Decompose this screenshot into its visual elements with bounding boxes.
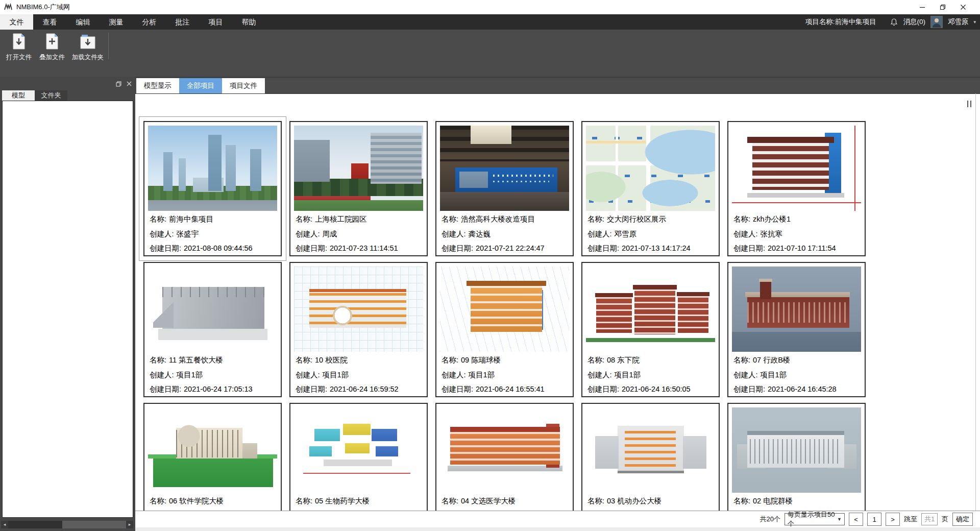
project-name-value: 09 陈瑞球楼 <box>461 356 501 364</box>
menu-item-1[interactable]: 文件 <box>0 14 33 30</box>
project-card[interactable]: 名称:交大闵行校区展示创建人:邓雪原创建日期:2021-07-13 14:17:… <box>581 121 720 256</box>
menu-right-cluster: 项目名称:前海中集项目 消息(0) 邓雪原 ▾ <box>805 14 976 30</box>
project-card[interactable]: 名称:06 软件学院大楼 <box>143 403 282 511</box>
project-date-line: 创建日期:2021-07-21 22:24:47 <box>442 243 573 255</box>
project-creator-value: 张盛宇 <box>177 230 199 238</box>
scroll-left-icon[interactable]: ◂ <box>1 521 8 528</box>
panel-tab-model[interactable]: 模型 <box>2 90 35 101</box>
project-card[interactable]: 名称:11 第五餐饮大楼创建人:项目1部创建日期:2021-06-24 17:0… <box>143 262 282 397</box>
project-creator-value: 项目1部 <box>615 371 641 379</box>
user-caret-icon[interactable]: ▾ <box>973 19 976 25</box>
project-creator-value: 项目1部 <box>323 371 349 379</box>
project-name-line: 名称:09 陈瑞球楼 <box>442 354 573 367</box>
jump-page-input[interactable]: 共1 <box>921 513 938 525</box>
panel-horizontal-scrollbar[interactable]: ◂ ▸ <box>1 521 133 528</box>
overlay-file-button[interactable]: 叠加文件 <box>36 33 68 62</box>
model-tree-panel <box>2 101 133 518</box>
project-creator-line: 创建人:周成 <box>296 228 427 240</box>
project-name-line: 名称:zkh办公楼1 <box>733 213 865 226</box>
project-card[interactable]: 名称:02 电院群楼 <box>727 403 866 511</box>
menu-item-3[interactable]: 编辑 <box>66 14 100 30</box>
project-card[interactable]: 名称:浩然高科大楼改造项目创建人:龚达巍创建日期:2021-07-21 22:2… <box>435 121 574 256</box>
panel-tab-folder[interactable]: 文件夹 <box>35 90 67 101</box>
project-name-label: 名称: <box>587 356 604 364</box>
main-tab-3[interactable]: 项目文件 <box>222 78 265 93</box>
project-date-value: 2021-07-23 11:14:51 <box>330 244 398 252</box>
menu-item-5[interactable]: 分析 <box>133 14 166 30</box>
project-creator-line: 创建人:项目1部 <box>587 369 719 381</box>
confirm-button[interactable]: 确定 <box>952 513 973 526</box>
project-card[interactable]: 名称:03 机动办公大楼 <box>581 403 720 511</box>
project-date-value: 2021-06-24 16:59:52 <box>330 385 399 393</box>
menu-item-8[interactable]: 帮助 <box>232 14 265 30</box>
vertical-scrollbar[interactable] <box>975 93 976 511</box>
project-card[interactable]: 名称:上海核工院园区创建人:周成创建日期:2021-07-23 11:14:51 <box>289 121 428 256</box>
project-thumbnail <box>148 267 277 352</box>
project-creator-label: 创建人: <box>733 230 758 238</box>
splitter-handle-icon[interactable] <box>967 100 973 107</box>
project-card[interactable]: 名称:08 东下院创建人:项目1部创建日期:2021-06-24 16:50:0… <box>581 262 720 397</box>
panel-float-icon[interactable] <box>115 81 121 87</box>
project-creator-label: 创建人: <box>733 371 758 379</box>
project-card[interactable]: 名称:09 陈瑞球楼创建人:项目1部创建日期:2021-06-24 16:55:… <box>435 262 574 397</box>
project-card[interactable]: 名称:zkh办公楼1创建人:张抗寒创建日期:2021-07-10 17:11:5… <box>727 121 866 256</box>
project-creator-value: 项目1部 <box>761 371 787 379</box>
project-date-label: 创建日期: <box>150 244 181 252</box>
project-name-label: 名称: <box>733 356 750 364</box>
avatar[interactable] <box>930 16 943 28</box>
load-folder-button[interactable]: 加载文件夹 <box>70 33 106 62</box>
scroll-right-icon[interactable]: ▸ <box>126 521 133 528</box>
project-card[interactable]: 名称:05 生物药学大楼 <box>289 403 428 511</box>
project-name-line: 名称:05 生物药学大楼 <box>296 495 427 508</box>
project-name-label: 名称: <box>296 215 312 223</box>
project-date-line: 创建日期:2021-06-24 16:50:05 <box>587 383 719 396</box>
menu-item-2[interactable]: 查看 <box>33 14 66 30</box>
scrollbar-thumb[interactable] <box>8 521 62 528</box>
panel-close-icon[interactable] <box>126 81 132 87</box>
project-name-label: 名称: <box>442 215 458 223</box>
project-thumbnail <box>732 126 861 211</box>
project-date-line: 创建日期:2021-07-23 11:14:51 <box>296 243 427 255</box>
close-icon[interactable] <box>960 4 967 11</box>
project-date-label: 创建日期: <box>733 385 765 393</box>
minimize-icon[interactable] <box>919 4 926 11</box>
main-tab-2[interactable]: 全部项目 <box>179 78 222 93</box>
menu-item-6[interactable]: 批注 <box>166 14 199 30</box>
project-name-value: 交大闵行校区展示 <box>607 215 666 223</box>
project-date-line: 创建日期:2021-06-24 16:55:41 <box>442 383 573 396</box>
messages-badge[interactable]: 消息(0) <box>903 17 925 27</box>
project-date-label: 创建日期: <box>296 385 327 393</box>
next-page-button[interactable]: > <box>886 513 900 526</box>
project-date-value: 2021-07-21 22:24:47 <box>476 244 545 252</box>
menu-item-7[interactable]: 项目 <box>199 14 232 30</box>
main-tab-1[interactable]: 模型显示 <box>136 78 179 93</box>
project-card[interactable]: 名称:07 行政B楼创建人:项目1部创建日期:2021-06-24 16:45:… <box>727 262 866 397</box>
project-date-label: 创建日期: <box>733 244 765 252</box>
project-card[interactable]: 名称:10 校医院创建人:项目1部创建日期:2021-06-24 16:59:5… <box>289 262 428 397</box>
project-thumbnail <box>294 407 423 493</box>
project-thumbnail <box>294 267 423 352</box>
project-thumbnail <box>148 126 277 211</box>
menu-item-4[interactable]: 测量 <box>100 14 133 30</box>
project-date-line: 创建日期:2021-07-13 14:17:24 <box>587 243 719 255</box>
page-size-dropdown[interactable]: 每页显示项目50个 ▼ <box>785 513 845 525</box>
project-creator-value: 周成 <box>323 230 337 238</box>
project-name-value: zkh办公楼1 <box>753 215 791 223</box>
project-creator-label: 创建人: <box>150 371 174 379</box>
project-creator-label: 创建人: <box>296 371 320 379</box>
project-thumbnail <box>440 407 569 493</box>
project-name-value: 03 机动办公大楼 <box>607 497 662 505</box>
prev-page-button[interactable]: < <box>849 513 863 526</box>
restore-icon[interactable] <box>939 4 946 11</box>
current-page-button[interactable]: 1 <box>867 513 881 526</box>
project-card[interactable]: 名称:前海中集项目创建人:张盛宇创建日期:2021-08-08 09:44:56 <box>143 121 282 256</box>
project-name-value: 04 文选医学大楼 <box>461 497 516 505</box>
project-card[interactable]: 名称:04 文选医学大楼 <box>435 403 574 511</box>
project-date-line: 创建日期:2021-06-24 17:05:13 <box>150 383 281 396</box>
open-file-button[interactable]: 打开文件 <box>3 33 35 62</box>
project-name-value: 02 电院群楼 <box>753 497 793 505</box>
user-name[interactable]: 邓雪原 <box>948 17 969 27</box>
project-name-line: 名称:08 东下院 <box>587 354 719 367</box>
project-name-value: 05 生物药学大楼 <box>315 497 370 505</box>
bell-icon[interactable] <box>890 18 898 26</box>
